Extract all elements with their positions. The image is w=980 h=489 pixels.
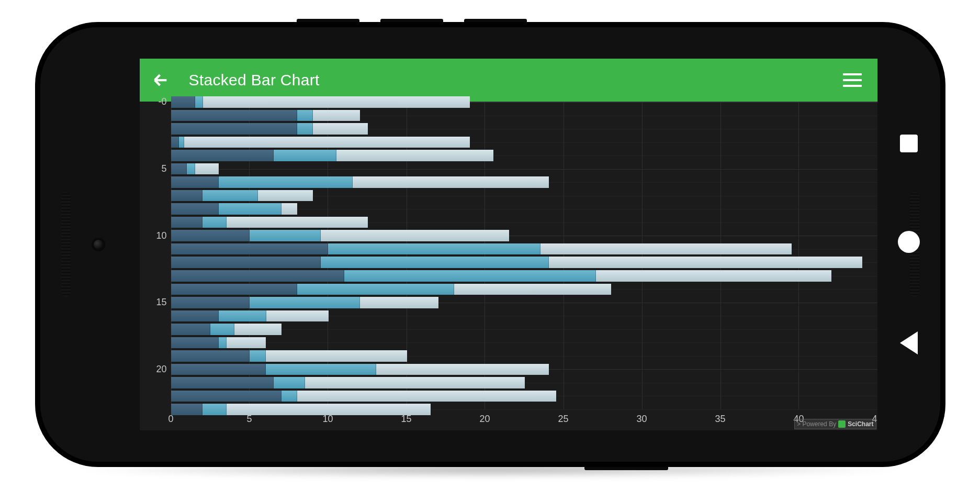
bar-row[interactable] <box>171 324 877 335</box>
x-axis-tick: 10 <box>322 414 333 425</box>
bar-segment <box>171 230 250 241</box>
bar-row[interactable] <box>171 137 877 148</box>
bar-segment <box>376 364 549 375</box>
bar-segment <box>250 230 321 241</box>
scichart-logo-icon <box>838 420 846 428</box>
bar-segment <box>297 123 313 135</box>
phone-frame: Stacked Bar Chart -05101520 051015202530… <box>35 22 945 467</box>
bar-segment <box>171 163 187 175</box>
bar-segment <box>321 230 509 241</box>
bar-row[interactable] <box>171 110 877 121</box>
x-axis-tick: 25 <box>558 414 568 425</box>
bar-row[interactable] <box>171 337 877 349</box>
bar-segment <box>227 217 368 228</box>
bar-segment <box>596 270 831 282</box>
plot-area[interactable] <box>171 102 877 409</box>
bar-segment <box>171 190 203 202</box>
bar-row[interactable] <box>171 96 877 108</box>
bar-segment <box>184 137 470 148</box>
bar-segment <box>202 217 227 228</box>
chart-surface[interactable]: -05101520 051015202530354045 > Powered B… <box>140 102 877 430</box>
bar-segment <box>171 337 219 349</box>
bar-row[interactable] <box>171 217 877 228</box>
bar-segment <box>344 270 596 282</box>
bar-row[interactable] <box>171 270 877 282</box>
bar-segment <box>171 391 281 402</box>
bar-segment <box>274 377 306 388</box>
bar-segment <box>171 257 321 268</box>
y-axis-tick: -0 <box>158 96 166 107</box>
bar-segment <box>171 123 297 135</box>
bar-segment <box>171 324 211 335</box>
front-camera <box>92 238 105 251</box>
bar-segment <box>171 284 297 295</box>
back-arrow-icon[interactable] <box>145 64 176 96</box>
home-button[interactable] <box>898 231 920 253</box>
speaker-grille <box>61 192 71 297</box>
bar-segment <box>219 310 266 322</box>
bar-segment <box>179 137 184 148</box>
y-axis-tick: 15 <box>156 297 166 308</box>
x-axis-tick: 30 <box>636 414 647 425</box>
bar-row[interactable] <box>171 377 877 388</box>
bar-segment <box>297 391 556 402</box>
bar-segment <box>313 110 360 121</box>
bar-segment <box>171 176 219 188</box>
bar-row[interactable] <box>171 310 877 322</box>
bar-row[interactable] <box>171 257 877 268</box>
bar-segment <box>250 297 360 308</box>
device-screen: Stacked Bar Chart -05101520 051015202530… <box>140 59 877 430</box>
bar-row[interactable] <box>171 391 877 402</box>
bar-row[interactable] <box>171 203 877 215</box>
watermark-brand: SciChart <box>848 420 873 428</box>
x-axis-tick: 15 <box>401 414 411 425</box>
x-axis-tick: 20 <box>479 414 490 425</box>
bar-row[interactable] <box>171 176 877 188</box>
bar-row[interactable] <box>171 297 877 308</box>
bar-segment <box>454 284 611 295</box>
bar-segment <box>266 310 329 322</box>
bar-segment <box>274 150 337 161</box>
bar-segment <box>202 190 258 202</box>
bar-segment <box>195 163 219 175</box>
bar-row[interactable] <box>171 163 877 175</box>
y-axis: -05101520 <box>140 102 171 409</box>
bar-segment <box>234 324 281 335</box>
page-title: Stacked Bar Chart <box>189 71 320 89</box>
bar-row[interactable] <box>171 243 877 255</box>
bar-row[interactable] <box>171 350 877 362</box>
watermark: > Powered By SciChart <box>794 419 876 429</box>
bar-segment <box>210 324 234 335</box>
bar-segment <box>171 137 179 148</box>
app-bar: Stacked Bar Chart <box>140 59 877 102</box>
watermark-prefix: > Powered By <box>797 420 836 428</box>
bar-segment <box>266 350 407 362</box>
bar-segment <box>171 364 266 375</box>
bar-segment <box>219 203 282 215</box>
bar-row[interactable] <box>171 190 877 202</box>
bar-segment <box>360 297 438 308</box>
bar-segment <box>281 203 297 215</box>
bar-segment <box>171 217 203 228</box>
bar-row[interactable] <box>171 284 877 295</box>
x-axis: 051015202530354045 <box>171 409 877 430</box>
bar-row[interactable] <box>171 364 877 375</box>
bar-segment <box>313 123 368 135</box>
android-nav-bar <box>877 27 940 462</box>
bar-segment <box>540 243 792 255</box>
back-button[interactable] <box>900 331 918 354</box>
bar-row[interactable] <box>171 150 877 161</box>
bar-row[interactable] <box>171 230 877 241</box>
y-axis-tick: 10 <box>156 230 166 241</box>
bar-segment <box>171 377 274 388</box>
bar-segment <box>219 176 353 188</box>
bar-segment <box>171 203 219 215</box>
bar-segment <box>328 243 540 255</box>
bar-segment <box>258 190 313 202</box>
y-axis-tick: 5 <box>161 163 166 174</box>
hamburger-menu-icon[interactable] <box>838 68 867 92</box>
recent-apps-button[interactable] <box>900 135 918 152</box>
bar-segment <box>171 350 250 362</box>
bar-segment <box>250 350 266 362</box>
bar-row[interactable] <box>171 123 877 135</box>
